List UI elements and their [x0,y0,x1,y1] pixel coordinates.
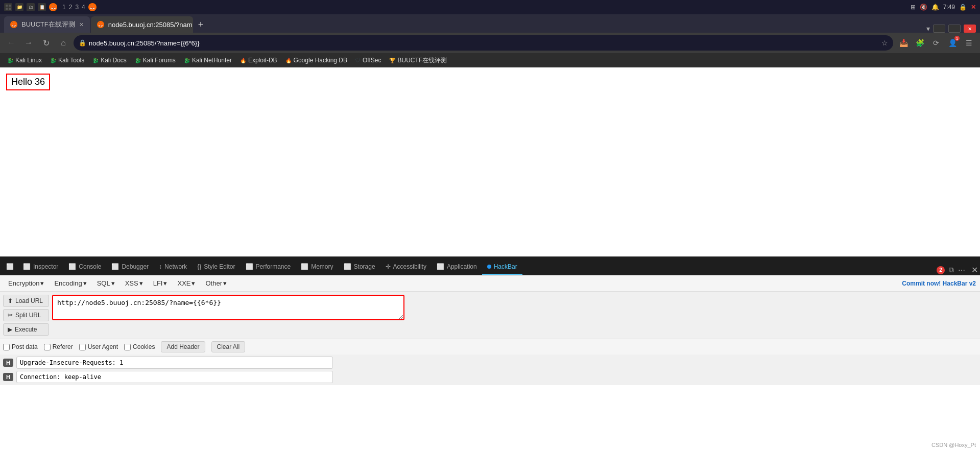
firefox-icon[interactable]: 🦊 [49,3,57,11]
tab-num-3[interactable]: 3 [75,4,79,11]
account-button[interactable]: 👤 1 [945,36,960,50]
bookmark-kali-forums[interactable]: 🐉 Kali Forums [132,56,179,65]
user-agent-checkbox-label[interactable]: User Agent [79,343,118,350]
cookies-checkbox[interactable] [124,344,131,350]
firefox-icon-2[interactable]: 🦊 [88,3,97,11]
post-data-checkbox[interactable] [3,344,10,350]
devtools-tab-performance[interactable]: ⬜ Performance [241,259,296,275]
restore-button[interactable] [933,25,945,33]
folder-icon[interactable]: 🗂 [27,3,35,11]
header-badge-1: H [3,359,13,367]
icon-lock[interactable]: 🔒 [959,4,967,11]
bookmark-google-hacking[interactable]: 🔥 Google Hacking DB [282,56,350,65]
console-icon: ⬜ [68,263,76,270]
devtools-tab-application[interactable]: ⬜ Application [432,259,482,275]
tab-close-1[interactable]: ✕ [79,21,84,28]
devtools-resize-icon[interactable]: ⧉ [949,266,954,274]
bookmark-kali-nethunter[interactable]: 🐉 Kali NetHunter [181,56,235,65]
pocket-button[interactable]: 📥 [896,36,911,50]
devtools-tab-memory[interactable]: ⬜ Memory [296,259,338,275]
tab-2[interactable]: 🦊 node5.buuoj.cn:25085/?nam… ✕ [91,16,193,33]
split-icon: ✂ [8,312,13,319]
titlebar-app-icons: 📁 🗂 📋 🦊 1 2 3 4 🦊 [4,3,97,11]
referer-checkbox-label[interactable]: Referer [44,343,73,350]
forward-button[interactable]: → [21,36,36,50]
hackbar-menu-encryption[interactable]: Encryption ▾ [4,277,48,289]
page-content: Hello 36 [0,67,980,256]
header-input-1[interactable] [16,357,333,369]
add-header-button[interactable]: Add Header [161,341,205,352]
bookmark-kali-tools[interactable]: 🐉 Kali Tools [47,56,87,65]
sql-arrow-icon: ▾ [111,279,115,287]
back-button[interactable]: ← [4,36,18,50]
home-button[interactable]: ⌂ [56,36,70,50]
post-data-checkbox-label[interactable]: Post data [3,343,38,350]
devtools-close-icon[interactable]: ✕ [971,265,978,275]
hackbar-menu-other[interactable]: Other ▾ [201,277,231,289]
clear-all-button[interactable]: Clear All [211,341,246,352]
devtools-tab-debugger[interactable]: ⬜ Debugger [106,259,154,275]
bookmark-kali-docs[interactable]: 🐉 Kali Docs [89,56,130,65]
devtools-tab-network[interactable]: ↕ Network [154,259,192,275]
extensions-button[interactable]: 🧩 [913,36,927,50]
xxe-arrow-icon: ▾ [192,279,195,287]
tab-num-2[interactable]: 2 [69,4,73,11]
split-url-button[interactable]: ✂ Split URL [3,309,49,321]
bookmark-exploit-db[interactable]: 🔥 Exploit-DB [237,56,280,65]
hackbar-menu-encoding[interactable]: Encoding ▾ [50,277,90,289]
bookmarks-bar: 🐉 Kali Linux 🐉 Kali Tools 🐉 Kali Docs 🐉 … [0,53,980,67]
system-icon[interactable] [4,3,12,11]
new-tab-button[interactable]: + [194,16,208,33]
icon-speaker[interactable]: 🔇 [920,4,927,11]
note-icon[interactable]: 📋 [38,3,46,11]
devtools-tab-storage[interactable]: ⬜ Storage [339,259,380,275]
files-icon[interactable]: 📁 [15,3,23,11]
devtools-tab-inspector[interactable]: ⬜ Inspector [18,259,63,275]
devtools-tab-console[interactable]: ⬜ Console [63,259,106,275]
hackbar-menu-lfi[interactable]: LFI ▾ [149,277,172,289]
devtools-tab-hackbar[interactable]: HackBar [482,259,522,275]
hackbar-menu-xss[interactable]: XSS ▾ [121,277,147,289]
tab-num-4[interactable]: 4 [82,4,85,11]
encryption-arrow-icon: ▾ [40,279,44,287]
header-input-2[interactable] [16,371,333,383]
close-window-button[interactable]: ✕ [964,25,976,33]
load-url-button[interactable]: ⬆ Load URL [3,295,49,307]
tab-favicon-2: 🦊 [97,21,104,28]
tab-favicon-1: 🦊 [10,21,17,28]
tab-num-1[interactable]: 1 [62,4,66,11]
memory-icon: ⬜ [301,263,308,270]
menu-button[interactable]: ☰ [962,36,976,50]
tab-1[interactable]: 🦊 BUUCTF在线评测 ✕ [4,16,90,33]
hackbar-commit-label[interactable]: Commit now! HackBar v2 [902,280,976,287]
sync-button[interactable]: ⟳ [929,36,943,50]
bookmark-star-icon[interactable]: ☆ [881,39,888,47]
hackbar-menu: Encryption ▾ Encoding ▾ SQL ▾ XSS ▾ LFI … [0,275,980,292]
bookmark-buuctf[interactable]: 🏆 BUUCTF在线评测 [386,55,450,66]
hackbar-menu-sql[interactable]: SQL ▾ [93,277,119,289]
devtools-more-icon[interactable]: ⋯ [958,266,965,274]
devtools-tab-actions: 2 ⧉ ⋯ ✕ [937,265,978,275]
icon-close[interactable]: ✕ [971,4,976,11]
icon-bell[interactable]: 🔔 [931,4,939,11]
xss-arrow-icon: ▾ [139,279,143,287]
execute-button[interactable]: ▶ Execute [3,323,49,336]
hackbar-menu-xxe[interactable]: XXE ▾ [173,277,199,289]
address-bar-input[interactable] [74,35,893,51]
hackbar-url-input[interactable]: http://node5.buuoj.cn:25085/?name={{6*6}… [52,295,404,320]
devtools-tab-button[interactable]: ⬜ [2,259,18,275]
titlebar-system-icons: ⊞ 🔇 🔔 7:49 🔒 ✕ [911,4,976,11]
bookmark-kali-linux[interactable]: 🐉 Kali Linux [4,56,45,65]
referer-checkbox[interactable] [44,344,51,350]
cookies-checkbox-label[interactable]: Cookies [124,343,155,350]
reload-button[interactable]: ↻ [39,36,53,50]
devtools-tab-accessibility[interactable]: ✛ Accessibility [380,259,432,275]
bookmark-offsec[interactable]: 🛡 OffSec [352,56,384,65]
navbar-actions: 📥 🧩 ⟳ 👤 1 ☰ [896,36,976,50]
maximize-button[interactable] [948,25,961,33]
user-agent-checkbox[interactable] [79,344,86,350]
tab-list-button[interactable]: ▾ [926,25,930,33]
devtools-tab-style-editor[interactable]: {} Style Editor [192,259,240,275]
accessibility-icon: ✛ [386,263,391,270]
icon-grid[interactable]: ⊞ [911,4,916,11]
